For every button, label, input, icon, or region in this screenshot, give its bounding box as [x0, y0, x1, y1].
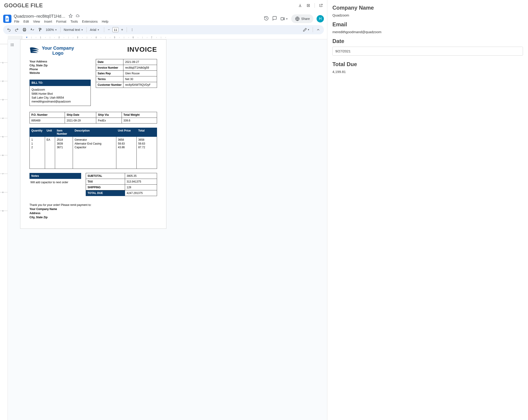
- divider: [314, 3, 315, 8]
- comment-icon[interactable]: [272, 16, 277, 22]
- horizontal-ruler[interactable]: ▾ 1 2 3 4 5 6 7: [0, 36, 327, 39]
- google-file-panel: GOOGLE FILE Quadzoom--rec8itq0T1Hdk… Fil…: [0, 0, 327, 420]
- menu-help[interactable]: Help: [101, 19, 109, 24]
- menu-tools[interactable]: Tools: [70, 19, 78, 24]
- meet-button[interactable]: ▼: [280, 16, 288, 21]
- style-select[interactable]: Normal text▼: [62, 27, 84, 33]
- menu-file[interactable]: File: [14, 19, 20, 24]
- document-canvas: 1 2 3 4 5 6 7 8 9 Your C: [0, 39, 327, 420]
- collapse-toolbar-button[interactable]: [315, 26, 322, 33]
- field-heading-total: Total Due: [332, 61, 523, 67]
- shipping-table: P.O. Number Ship Date Ship Via Total Wei…: [29, 112, 157, 124]
- field-heading-date: Date: [332, 38, 523, 44]
- history-icon[interactable]: [264, 16, 269, 22]
- panel-title: GOOGLE FILE: [4, 2, 43, 9]
- svg-point-14: [11, 45, 12, 45]
- totals-table: SUBTOTAL3805.35 TAX313.941375 SHIPPING12…: [86, 173, 157, 196]
- header-actions: [298, 3, 323, 8]
- svg-rect-3: [6, 20, 8, 20]
- zoom-select[interactable]: 100%▼: [44, 27, 59, 33]
- field-value-total: 4,199.81: [332, 70, 523, 74]
- field-heading-email: Email: [332, 21, 523, 28]
- field-value-company: Quadzoom: [332, 13, 523, 17]
- invoice-title: INVOICE: [127, 46, 157, 53]
- line-items-table: Quantity Unit Item Number Description Un…: [29, 128, 157, 169]
- outline-toggle-icon[interactable]: [9, 42, 15, 48]
- font-select[interactable]: Arial▼: [88, 27, 102, 33]
- details-panel: Company Name Quadzoom Email meredithgood…: [327, 0, 528, 420]
- open-external-icon[interactable]: [319, 3, 323, 8]
- docs-logo-icon[interactable]: [3, 15, 12, 23]
- expand-icon[interactable]: [306, 3, 310, 8]
- print-button[interactable]: [21, 26, 28, 33]
- menu-insert[interactable]: Insert: [44, 19, 53, 24]
- paint-format-button[interactable]: [36, 26, 43, 33]
- svg-point-10: [132, 28, 132, 29]
- billto-header: BILL TO:: [29, 80, 91, 86]
- billto-body: Quadzoom 5896 Hunter Blvd Salt Lake City…: [29, 86, 91, 106]
- date-input[interactable]: [332, 47, 523, 56]
- company-logo: Your CompanyLogo: [29, 46, 74, 56]
- menu-edit[interactable]: Edit: [23, 19, 29, 24]
- field-value-email: meredithgoodmand@quadzoom: [332, 30, 523, 34]
- share-button[interactable]: Share: [291, 14, 313, 23]
- svg-point-11: [132, 29, 132, 30]
- panel-header: GOOGLE FILE: [0, 0, 327, 13]
- avatar[interactable]: H: [317, 15, 324, 22]
- doc-title[interactable]: Quadzoom--rec8itq0T1Hdk…: [14, 14, 66, 19]
- download-icon[interactable]: [298, 3, 302, 8]
- field-heading-company: Company Name: [332, 5, 523, 11]
- cloud-icon[interactable]: [75, 14, 80, 19]
- footer-text: Thank you for your order! Please remit p…: [29, 203, 157, 219]
- menubar: File Edit View Insert Format Tools Exten…: [14, 19, 262, 24]
- document-page[interactable]: Your CompanyLogo Your Address City, Stat…: [20, 39, 166, 229]
- star-icon[interactable]: [69, 14, 73, 19]
- editing-mode-button[interactable]: ▼: [301, 26, 311, 33]
- svg-rect-1: [6, 18, 8, 19]
- wing-icon: [29, 46, 39, 55]
- more-formatting-button[interactable]: [129, 26, 135, 33]
- svg-point-13: [11, 44, 12, 44]
- svg-rect-9: [39, 28, 41, 29]
- fontsize-increase[interactable]: +: [119, 27, 125, 33]
- fontsize-decrease[interactable]: −: [106, 27, 111, 33]
- svg-rect-4: [281, 18, 283, 20]
- share-label: Share: [301, 17, 310, 21]
- undo-button[interactable]: [5, 26, 12, 33]
- fontsize-control: − +: [106, 27, 125, 33]
- menu-view[interactable]: View: [33, 19, 40, 24]
- vertical-ruler[interactable]: 1 2 3 4 5 6 7 8 9: [0, 39, 8, 420]
- docs-titlebar: Quadzoom--rec8itq0T1Hdk… File Edit View …: [0, 13, 327, 24]
- svg-point-15: [11, 46, 12, 46]
- toolbar: 100%▼ Normal text▼ Arial▼ − + ▼: [3, 25, 324, 34]
- svg-point-12: [132, 30, 132, 31]
- spellcheck-button[interactable]: [29, 26, 36, 33]
- invoice-info-table: Date2021-09-27 Invoice Numberrec8itq0T1H…: [96, 59, 157, 88]
- notes-box: Notes Will add capacitor to next order: [29, 173, 81, 196]
- menu-format[interactable]: Format: [56, 19, 67, 24]
- fontsize-input[interactable]: [112, 27, 118, 32]
- svg-rect-2: [6, 19, 8, 19]
- menu-extensions[interactable]: Extensions: [82, 19, 98, 24]
- redo-button[interactable]: [13, 26, 20, 33]
